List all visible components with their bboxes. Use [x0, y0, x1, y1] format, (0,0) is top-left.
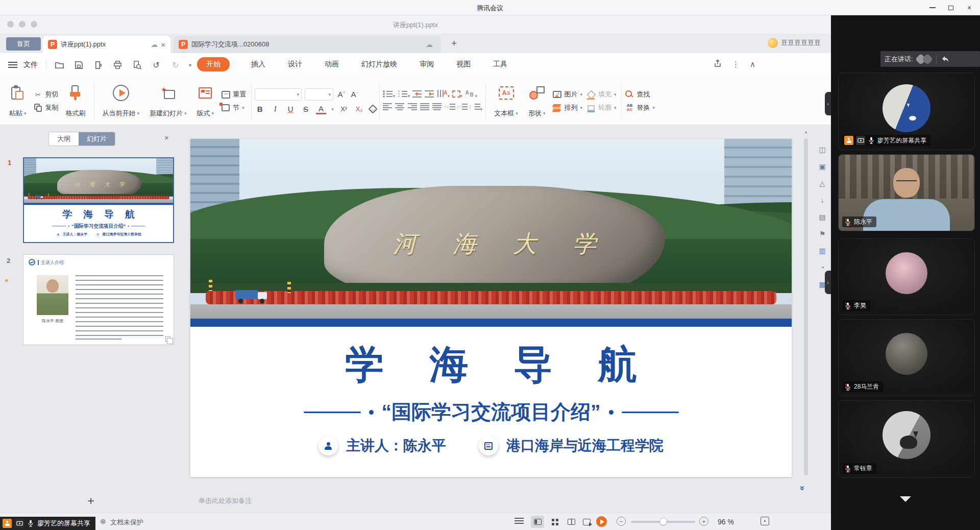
layout-button[interactable]: 版式▾	[194, 82, 217, 120]
align-left-icon[interactable]	[383, 103, 393, 111]
panel-close-icon[interactable]: ×	[164, 133, 169, 142]
share-document-icon[interactable]	[714, 59, 722, 69]
font-color-button[interactable]: A	[316, 104, 326, 114]
strikethrough-button[interactable]: S	[301, 105, 311, 113]
superscript-button[interactable]: X²	[339, 105, 349, 113]
font-color-dropdown-icon[interactable]: ▾	[331, 107, 334, 112]
italic-button[interactable]: I	[270, 105, 280, 113]
reset-button[interactable]: 重置	[221, 90, 246, 99]
hamburger-menu-icon[interactable]	[8, 62, 17, 68]
numbered-list-icon[interactable]	[398, 90, 408, 98]
picture-button[interactable]: 图片▾	[552, 90, 582, 99]
decrease-indent-icon[interactable]	[412, 90, 423, 98]
quickbar-dropdown-icon[interactable]: ▾	[189, 62, 191, 68]
align-center-icon[interactable]	[395, 103, 405, 111]
menu-tab-tools[interactable]: 工具	[492, 57, 508, 71]
pane-properties-icon[interactable]: ◫	[819, 146, 825, 154]
pane-chart-icon[interactable]: ▥	[819, 247, 825, 255]
pane-history-icon[interactable]: ◔	[820, 263, 824, 272]
fill-button[interactable]: 填充▾	[586, 90, 617, 99]
reading-view-button[interactable]	[565, 516, 578, 528]
undo-icon[interactable]: ↺	[150, 59, 162, 71]
participant-tile[interactable]: 廖芳艺的屏幕共享	[838, 73, 975, 150]
notes-toggle-icon[interactable]	[514, 518, 524, 525]
section-button[interactable]: 节▾	[221, 103, 246, 112]
redo-icon[interactable]: ↻	[169, 59, 182, 71]
arrange-button[interactable]: 排列▾	[552, 103, 582, 112]
outline-button[interactable]: 轮廓▾	[586, 103, 617, 112]
bold-button[interactable]: B	[255, 105, 265, 113]
font-size-select[interactable]: ▾	[305, 88, 333, 101]
doc-tab-inactive[interactable]: P 国际学习交流项...0200608 ☁	[174, 36, 441, 53]
menu-tab-home[interactable]: 开始	[197, 57, 230, 71]
notes-placeholder[interactable]: 单击此处添加备注	[199, 496, 252, 505]
participant-tile[interactable]: 李昊	[838, 238, 975, 315]
slide-1-thumbnail[interactable]: 河 海 大 学 学 海 导 航 “国际学习交流项目介绍” 主讲人：陈永平 港口海…	[23, 157, 174, 243]
text-box-button[interactable]: A≡ 文本框▾	[491, 82, 521, 120]
subscript-button[interactable]: X₂	[354, 105, 364, 113]
increase-indent-icon[interactable]	[425, 90, 435, 98]
zoom-level[interactable]: 96 %	[718, 518, 734, 526]
cut-button[interactable]: ✂ 剪切	[34, 90, 59, 99]
save-icon[interactable]	[72, 59, 85, 71]
next-slide-icon[interactable]: »	[797, 486, 807, 489]
menu-tab-insert[interactable]: 插入	[250, 57, 266, 71]
pane-selection-icon[interactable]: ▣	[819, 162, 825, 171]
slide-2-thumbnail[interactable]: 主讲人介绍 陈永平 教授	[23, 254, 174, 345]
outline-tab[interactable]: 大纲	[49, 132, 79, 146]
more-options-icon[interactable]: ⋮	[732, 60, 740, 69]
paste-button[interactable]: 粘贴▾	[6, 82, 30, 120]
wps-home-button[interactable]: 首页	[6, 37, 41, 51]
close-button[interactable]: ×	[966, 4, 973, 11]
align-right-icon[interactable]	[408, 103, 418, 111]
font-family-select[interactable]: ▾	[255, 88, 302, 101]
pane-reading-icon[interactable]: ▤	[819, 213, 825, 221]
print-icon[interactable]	[111, 59, 124, 71]
slideshow-play-button[interactable]	[596, 516, 607, 527]
play-from-current-button[interactable]: 从当前开始▾	[100, 82, 143, 120]
new-tab-button[interactable]: +	[451, 38, 457, 49]
account-chip[interactable]: 豆豆豆豆豆豆	[768, 38, 821, 48]
distribute-icon[interactable]	[432, 103, 443, 111]
minimize-button[interactable]	[929, 4, 936, 11]
protection-label[interactable]: 文档未保护	[110, 518, 143, 527]
vertical-scrollbar[interactable]: ▴ »	[803, 129, 808, 507]
participant-tile[interactable]: 28马兰青	[838, 319, 975, 396]
line-spacing-up-icon[interactable]	[445, 103, 455, 111]
pane-animation-icon[interactable]: △	[820, 179, 825, 187]
line-spacing-down-icon[interactable]	[457, 103, 468, 111]
bullet-list-icon[interactable]	[383, 90, 393, 98]
pane-download-icon[interactable]: ↓	[821, 196, 824, 204]
clear-format-icon[interactable]	[368, 104, 377, 113]
increase-font-button[interactable]: A+	[336, 90, 347, 99]
text-style-icon[interactable]	[465, 90, 475, 98]
sidebar-collapse-handle[interactable]: ›	[825, 92, 831, 115]
zoom-out-button[interactable]: −	[617, 517, 626, 526]
more-participants-icon[interactable]	[900, 496, 911, 502]
text-direction-icon[interactable]	[437, 90, 448, 98]
slide-sorter-view-button[interactable]	[548, 516, 561, 528]
pane-expand-handle[interactable]: ›	[825, 271, 831, 294]
menu-tab-animation[interactable]: 动画	[324, 57, 340, 71]
doc-tab-active[interactable]: P 讲座ppt(1).pptx ☁ ×	[43, 36, 170, 53]
new-slide-button[interactable]: ★ 新建幻灯片▾	[146, 82, 190, 120]
normal-view-button[interactable]	[531, 516, 544, 528]
text-frame-icon[interactable]	[452, 90, 460, 98]
copy-button[interactable]: 复制	[34, 103, 59, 112]
slide-canvas[interactable]: 河 海 大 学 学 海 导 航 “国际学习交流项目介绍” 主讲人：陈永平 港口海…	[190, 139, 792, 477]
participant-tile[interactable]: 陈永平	[838, 154, 975, 231]
print-preview-icon[interactable]	[131, 59, 143, 71]
menu-tab-review[interactable]: 审阅	[419, 57, 435, 71]
restore-view-icon[interactable]	[941, 56, 949, 63]
scroll-up-icon[interactable]: ▴	[803, 129, 808, 134]
pane-navigation-icon[interactable]: ⚑	[819, 230, 826, 238]
menu-file[interactable]: 文件	[23, 60, 38, 69]
export-icon[interactable]	[92, 59, 104, 71]
menu-tab-slideshow[interactable]: 幻灯片放映	[360, 57, 398, 71]
replace-button[interactable]: ABAC 替换▾	[625, 103, 655, 112]
menu-tab-design[interactable]: 设计	[287, 57, 303, 71]
open-file-icon[interactable]	[53, 59, 65, 71]
maximize-button[interactable]	[947, 4, 954, 11]
scrollbar-thumb[interactable]	[804, 138, 808, 475]
underline-button[interactable]: U	[285, 105, 296, 113]
